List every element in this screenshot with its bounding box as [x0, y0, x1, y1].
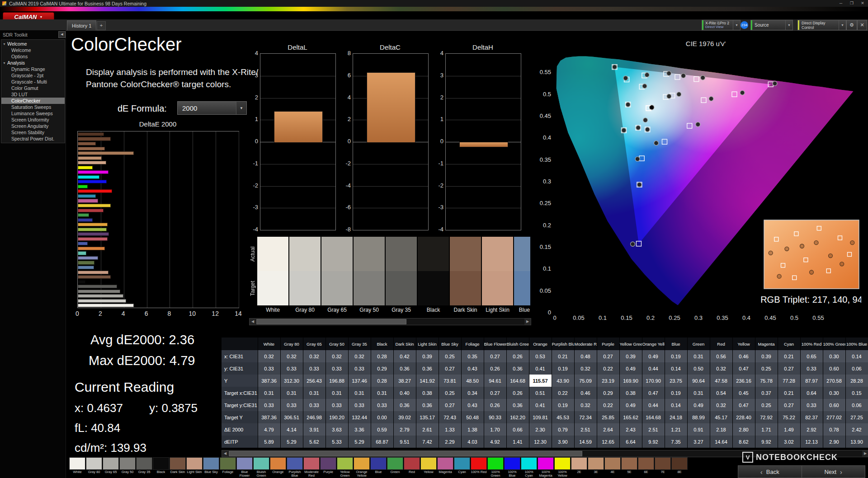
cell-100-blue-y[interactable]: 28.28: [845, 375, 868, 387]
scroll-right-icon[interactable]: ▶: [524, 319, 531, 325]
cell-orange-yellow-target-y-cie31[interactable]: 0.44: [642, 399, 665, 411]
cell-gray-65-deitp[interactable]: 5.62: [303, 436, 326, 448]
scrollbar-handle[interactable]: [229, 451, 582, 456]
cell-100-blue-x-cie31[interactable]: 0.14: [845, 350, 868, 362]
close-workspace-icon[interactable]: ✕: [857, 20, 867, 30]
strip-swatch-yellow-green[interactable]: Yellow Green: [337, 457, 353, 478]
meter-count-badge[interactable]: 234: [741, 21, 748, 29]
cell-orange-x-cie31[interactable]: 0.53: [529, 350, 552, 362]
cell-black-target-y[interactable]: 0.00: [371, 411, 393, 423]
cell-dark-skin-y-cie31[interactable]: 0.36: [393, 362, 416, 375]
sidebar-item-welcome[interactable]: Welcome: [1, 47, 65, 53]
sidebar-item-spectral-power-dist[interactable]: Spectral Power Dist.: [1, 136, 65, 142]
column-header-white[interactable]: White: [258, 337, 280, 350]
sidebar-group-welcome[interactable]: ▼Welcome: [1, 41, 65, 47]
cell-gray-80-target-y[interactable]: 306.51: [280, 411, 303, 423]
cell-dark-skin-target-x-cie31[interactable]: 0.40: [393, 387, 416, 399]
cell-gray-35-target-y-cie31[interactable]: 0.33: [348, 399, 371, 411]
cell-bluish-green-target-y-cie31[interactable]: 0.36: [506, 399, 529, 411]
cell-light-skin-y-cie31[interactable]: 0.36: [416, 362, 439, 375]
cell-foliage-deitp[interactable]: 4.03: [461, 436, 484, 448]
cell-moderate-red-target-y-cie31[interactable]: 0.32: [574, 399, 597, 411]
cell-magenta-x-cie31[interactable]: 0.39: [755, 350, 778, 362]
minimize-icon[interactable]: ─: [835, 0, 846, 7]
cell-blue-flower-target-x-cie31[interactable]: 0.27: [484, 387, 506, 399]
cell-red-e-2000[interactable]: 2.18: [710, 423, 732, 436]
cell-moderate-red-y-cie31[interactable]: 0.32: [574, 362, 597, 375]
cell-orange-target-y[interactable]: 109.81: [529, 411, 552, 423]
gear-icon[interactable]: ⚙: [846, 20, 857, 30]
cell-gray-80-target-x-cie31[interactable]: 0.31: [280, 387, 303, 399]
cell-dark-skin-x-cie31[interactable]: 0.42: [393, 350, 416, 362]
strip-swatch-green[interactable]: Green: [387, 457, 403, 478]
cell-gray-80-e-2000[interactable]: 4.14: [280, 423, 303, 436]
strip-swatch-white[interactable]: White: [69, 457, 85, 478]
cell-white-y[interactable]: 387.36: [258, 375, 280, 387]
swatch-scrollbar[interactable]: ◀ ▶: [249, 318, 531, 325]
swatch-gray-80[interactable]: Gray 80: [289, 237, 321, 316]
cell-blue-y-cie31[interactable]: 0.14: [665, 362, 687, 375]
sidebar-item-3d-lut[interactable]: 3D LUT: [1, 91, 65, 98]
cell-yellow-x-cie31[interactable]: 0.46: [732, 350, 755, 362]
cell-yellow-green-y-cie31[interactable]: 0.49: [619, 362, 642, 375]
cell-light-skin-x-cie31[interactable]: 0.39: [416, 350, 439, 362]
cell-gray-50-e-2000[interactable]: 3.63: [326, 423, 348, 436]
strip-swatch-100-cyan[interactable]: 100% Cyan: [521, 457, 537, 478]
cell-purplish-blue-y-cie31[interactable]: 0.19: [552, 362, 574, 375]
column-header-100-red[interactable]: 100% Red: [800, 337, 823, 350]
add-tab-button[interactable]: +: [97, 21, 106, 30]
cell-green-target-y-cie31[interactable]: 0.49: [687, 399, 710, 411]
strip-swatch-cyan[interactable]: Cyan: [454, 457, 470, 478]
strip-swatch-100-blue[interactable]: 100% Blue: [504, 457, 520, 478]
strip-swatch-8e[interactable]: 8E: [671, 457, 688, 478]
strip-swatch-4e[interactable]: 4E: [604, 457, 621, 478]
cell-gray-50-target-y-cie31[interactable]: 0.33: [326, 399, 348, 411]
cell-black-e-2000[interactable]: 0.59: [371, 423, 393, 436]
cell-gray-80-deitp[interactable]: 5.29: [280, 436, 303, 448]
cell-black-deitp[interactable]: 68.87: [371, 436, 393, 448]
cell-red-x-cie31[interactable]: 0.56: [710, 350, 732, 362]
cell-cyan-e-2000[interactable]: 1.49: [778, 423, 800, 436]
cell-yellow-target-y[interactable]: 228.40: [732, 411, 755, 423]
cell-gray-65-target-x-cie31[interactable]: 0.31: [303, 387, 326, 399]
swatch-gray-35[interactable]: Gray 35: [386, 237, 417, 316]
scroll-left-icon[interactable]: ◀: [222, 450, 228, 457]
cell-red-target-y[interactable]: 45.17: [710, 411, 732, 423]
cell-purplish-blue-e-2000[interactable]: 0.79: [552, 423, 574, 436]
swatch-gray-65[interactable]: Gray 65: [321, 237, 353, 316]
strip-swatch-purplish-blue[interactable]: Purplish Blue: [287, 457, 303, 478]
sidebar-item-grayscale-multi[interactable]: Grayscale - Multi: [1, 79, 65, 85]
cell-blue-flower-y-cie31[interactable]: 0.26: [484, 362, 506, 375]
cell-orange-yellow-e-2000[interactable]: 2.51: [642, 423, 665, 436]
cell-100-red-e-2000[interactable]: 2.92: [800, 423, 823, 436]
cell-black-target-x-cie31[interactable]: 0.31: [371, 387, 393, 399]
cell-magenta-e-2000[interactable]: 1.71: [755, 423, 778, 436]
cell-bluish-green-e-2000[interactable]: 0.66: [506, 423, 529, 436]
cell-red-deitp[interactable]: 14.64: [710, 436, 732, 448]
cell-100-green-y-cie31[interactable]: 0.60: [823, 362, 845, 375]
cell-100-red-x-cie31[interactable]: 0.65: [800, 350, 823, 362]
column-header-moderate-red[interactable]: Moderate Red: [574, 337, 597, 350]
cell-blue-flower-e-2000[interactable]: 1.70: [484, 423, 506, 436]
sidebar-item-luminance-sweeps[interactable]: Luminance Sweeps: [1, 110, 65, 117]
cell-100-red-target-x-cie31[interactable]: 0.64: [800, 387, 823, 399]
cell-100-blue-deitp[interactable]: 13.90: [845, 436, 868, 448]
cell-cyan-target-x-cie31[interactable]: 0.21: [778, 387, 800, 399]
strip-swatch-purple[interactable]: Purple: [320, 457, 336, 478]
cell-yellow-green-target-x-cie31[interactable]: 0.38: [619, 387, 642, 399]
cell-gray-65-y-cie31[interactable]: 0.33: [303, 362, 326, 375]
column-header-gray-65[interactable]: Gray 65: [303, 337, 326, 350]
strip-swatch-5e[interactable]: 5E: [621, 457, 637, 478]
sidebar-item-dynamic-range[interactable]: Dynamic Range: [1, 66, 65, 72]
cell-yellow-target-y-cie31[interactable]: 0.47: [732, 399, 755, 411]
cell-light-skin-deitp[interactable]: 7.42: [416, 436, 439, 448]
cell-orange-deitp[interactable]: 12.30: [529, 436, 552, 448]
swatch-blue-sky[interactable]: Blue Sky: [514, 237, 530, 316]
cell-blue-e-2000[interactable]: 1.21: [665, 423, 687, 436]
strip-swatch-6e[interactable]: 6E: [638, 457, 654, 478]
column-header-red[interactable]: Red: [710, 337, 732, 350]
cell-orange-yellow-y-cie31[interactable]: 0.44: [642, 362, 665, 375]
column-header-purple[interactable]: Purple: [597, 337, 619, 350]
cell-magenta-target-x-cie31[interactable]: 0.37: [755, 387, 778, 399]
cell-white-target-y[interactable]: 387.36: [258, 411, 280, 423]
